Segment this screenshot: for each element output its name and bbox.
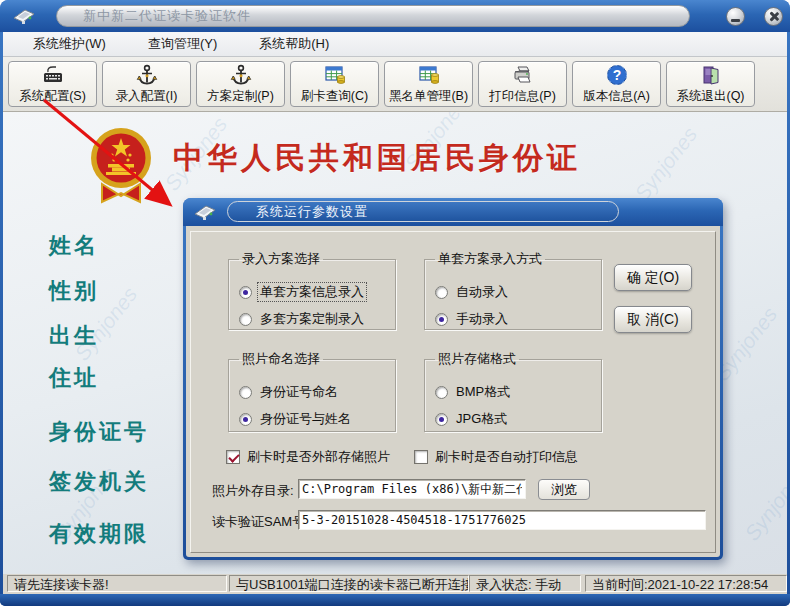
- status-reader-message: 请先连接读卡器!: [7, 575, 227, 592]
- status-current-time: 当前时间:2021-10-22 17:28:54: [585, 575, 787, 592]
- close-button[interactable]: [764, 7, 783, 26]
- table-icon: [323, 63, 347, 87]
- status-bar: 请先连接读卡器! 与USB1001端口连接的读卡器已断开连接 录入状态: 手动 …: [3, 574, 787, 594]
- toolbar-button-label: 系统退出(Q): [676, 88, 744, 105]
- status-input-mode: 录入状态: 手动: [469, 575, 581, 592]
- radio-icon: [435, 386, 448, 399]
- toolbar-button-version-info[interactable]: ? 版本信息(A): [572, 61, 661, 107]
- radio-option-manual-input[interactable]: 手动录入: [435, 310, 593, 328]
- svg-text:?: ?: [612, 67, 621, 83]
- radio-option-auto-input[interactable]: 自动录入: [435, 283, 593, 301]
- cancel-button[interactable]: 取 消(C): [614, 306, 692, 333]
- toolbar-button-label: 刷卡查询(C): [301, 88, 368, 105]
- status-port-message: 与USB1001端口连接的读卡器已断开连接: [229, 575, 469, 592]
- checkbox-label: 刷卡时是否自动打印信息: [435, 448, 578, 466]
- group-title: 单套方案录入方式: [435, 250, 545, 268]
- toolbar-button-label: 系统配置(S): [19, 88, 86, 105]
- toolbar-button-system-config[interactable]: 系统配置(S): [8, 61, 97, 107]
- main-area: Synjones Synjones Synjones Synjones Synj…: [3, 112, 787, 574]
- radio-option-bmp-format[interactable]: BMP格式: [435, 383, 593, 401]
- radio-icon: [239, 386, 252, 399]
- group-input-mode: 单套方案录入方式 自动录入 手动录入: [424, 250, 602, 330]
- group-title: 录入方案选择: [239, 250, 323, 268]
- field-label-name: 姓名: [49, 231, 99, 261]
- sam-number-input[interactable]: [298, 510, 706, 530]
- anchor-icon: [229, 63, 253, 87]
- field-label-sex: 性别: [49, 276, 99, 306]
- toolbar-button-card-query[interactable]: 刷卡查询(C): [290, 61, 379, 107]
- dialog-title-bar[interactable]: 系统运行参数设置: [183, 198, 723, 226]
- radio-option-single-scheme[interactable]: 单套方案信息录入: [239, 283, 387, 301]
- dialog-title: 系统运行参数设置: [227, 201, 619, 222]
- menu-query-management[interactable]: 查询管理(Y): [148, 35, 217, 53]
- title-bar[interactable]: 新中新二代证读卡验证软件: [0, 0, 790, 32]
- ok-button[interactable]: 确 定(O): [614, 264, 692, 291]
- toolbar-button-print-info[interactable]: 打印信息(P): [478, 61, 567, 107]
- watermark: Synjones: [630, 123, 702, 206]
- radio-option-jpg-format[interactable]: JPG格式: [435, 410, 593, 428]
- radio-label: 自动录入: [454, 283, 510, 301]
- exit-icon: [699, 63, 723, 87]
- radio-label: JPG格式: [454, 410, 509, 428]
- checkbox-auto-print-info[interactable]: 刷卡时是否自动打印信息: [414, 448, 578, 466]
- radio-label: 身份证号命名: [258, 383, 340, 401]
- radio-icon: [435, 313, 448, 326]
- radio-label: 身份证号与姓名: [258, 410, 353, 428]
- anchor-icon: [135, 63, 159, 87]
- printer-icon: [511, 63, 535, 87]
- toolbar-button-label: 方案定制(P): [207, 88, 274, 105]
- window-title: 新中新二代证读卡验证软件: [56, 5, 690, 27]
- checkbox-icon: [414, 450, 428, 464]
- table-database-icon: [417, 63, 441, 87]
- field-label-valid-term: 有效期限: [49, 519, 149, 549]
- field-label-issuer: 签发机关: [49, 467, 149, 497]
- radio-option-name-by-id[interactable]: 身份证号命名: [239, 383, 387, 401]
- radio-option-name-by-id-and-name[interactable]: 身份证号与姓名: [239, 410, 387, 428]
- field-label-birth: 出生: [49, 321, 99, 351]
- checkbox-label: 刷卡时是否外部存储照片: [247, 448, 390, 466]
- group-title: 照片存储格式: [435, 350, 519, 368]
- group-input-scheme: 录入方案选择 单套方案信息录入 多套方案定制录入: [228, 250, 396, 330]
- field-label-address: 住址: [49, 363, 99, 393]
- sam-label: 读卡验证SAM号: [212, 513, 305, 531]
- group-photo-naming: 照片命名选择 身份证号命名 身份证号与姓名: [228, 350, 396, 432]
- field-label-id-number: 身份证号: [49, 417, 149, 447]
- toolbar: 系统配置(S) 录入配置(I): [3, 57, 787, 112]
- keyboard-icon: [41, 63, 65, 87]
- toolbar-button-system-exit[interactable]: 系统退出(Q): [666, 61, 755, 107]
- radio-icon: [435, 286, 448, 299]
- radio-option-multi-scheme[interactable]: 多套方案定制录入: [239, 310, 387, 328]
- card-reader-icon: [12, 6, 36, 26]
- radio-icon: [435, 413, 448, 426]
- question-icon: ?: [605, 63, 629, 87]
- watermark: Synjones: [740, 463, 787, 546]
- minimize-button[interactable]: [726, 7, 745, 26]
- menu-system-help[interactable]: 系统帮助(H): [259, 35, 329, 53]
- group-title: 照片命名选择: [239, 350, 323, 368]
- checkbox-icon: [226, 450, 240, 464]
- radio-icon: [239, 413, 252, 426]
- toolbar-button-label: 打印信息(P): [489, 88, 556, 105]
- photo-dir-label: 照片外存目录:: [212, 482, 294, 500]
- browse-button[interactable]: 浏览: [538, 479, 590, 500]
- dialog-body: 录入方案选择 单套方案信息录入 多套方案定制录入 单套方案录入方式: [186, 226, 720, 557]
- radio-label: 手动录入: [454, 310, 510, 328]
- photo-dir-input[interactable]: [298, 479, 526, 499]
- menu-system-maintenance[interactable]: 系统维护(W): [33, 35, 106, 53]
- radio-label: 多套方案定制录入: [258, 310, 366, 328]
- toolbar-button-input-config[interactable]: 录入配置(I): [102, 61, 191, 107]
- radio-label: 单套方案信息录入: [258, 283, 366, 301]
- toolbar-button-label: 录入配置(I): [116, 88, 178, 105]
- group-photo-format: 照片存储格式 BMP格式 JPG格式: [424, 350, 602, 432]
- toolbar-button-scheme-custom[interactable]: 方案定制(P): [196, 61, 285, 107]
- national-emblem: [88, 122, 154, 208]
- toolbar-button-label: 黑名单管理(B): [389, 88, 468, 105]
- page-title: 中华人民共和国居民身份证: [173, 138, 581, 179]
- card-reader-icon: [193, 202, 217, 222]
- application-window: 新中新二代证读卡验证软件 系统维护(W) 查询管理(Y) 系统帮助(H): [0, 0, 790, 606]
- menu-bar: 系统维护(W) 查询管理(Y) 系统帮助(H): [3, 32, 787, 57]
- toolbar-button-blacklist[interactable]: 黑名单管理(B): [384, 61, 473, 107]
- radio-icon: [239, 286, 252, 299]
- checkbox-store-photo-external[interactable]: 刷卡时是否外部存储照片: [226, 448, 390, 466]
- radio-icon: [239, 313, 252, 326]
